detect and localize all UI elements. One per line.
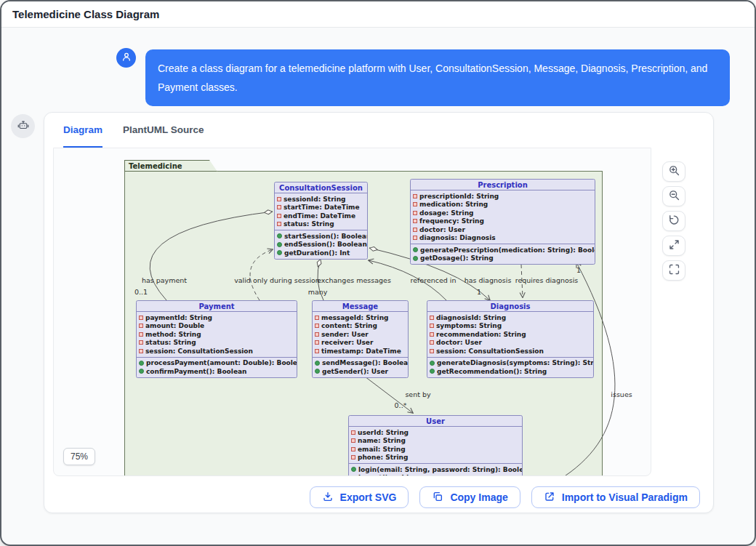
user-message-bubble: Create a class diagram for a telemedicin… (145, 49, 730, 106)
field-icon (277, 197, 281, 201)
reset-view-button[interactable] (662, 211, 685, 231)
method-icon (351, 475, 356, 476)
uml-attribute: dosage: String (413, 209, 592, 217)
copy-icon (432, 491, 443, 505)
uml-class-name: Payment (137, 301, 297, 312)
robot-icon (17, 119, 30, 135)
field-icon (430, 332, 434, 337)
uml-class-user: UseruserId: Stringname: Stringemail: Str… (348, 415, 523, 476)
field-icon (413, 194, 417, 198)
copy-image-button[interactable]: Copy Image (419, 486, 520, 508)
import-to-visual-paradigm-button[interactable]: Import to Visual Paradigm (531, 486, 700, 508)
uml-class-name: Prescription (411, 180, 595, 190)
tab-plantuml-source[interactable]: PlantUML Source (123, 113, 204, 148)
uml-attribute: content: String (315, 322, 406, 331)
zoom-in-icon (668, 164, 680, 180)
uml-attribute: timestamp: DateTime (315, 347, 406, 356)
uml-attribute: phone: String (351, 454, 520, 462)
class-boxes-layer: ConsultationSessionsessionId: Stringstar… (54, 148, 651, 475)
zoom-in-button[interactable] (662, 161, 685, 182)
uml-attribute: endTime: DateTime (277, 212, 365, 220)
method-icon (315, 369, 320, 374)
uml-method: processPayment(amount: Double): Boolean (139, 359, 294, 368)
field-icon (351, 438, 355, 443)
field-icon (413, 202, 417, 206)
uml-attribute: method: String (139, 330, 294, 339)
uml-attribute: prescriptionId: String (413, 192, 592, 201)
uml-method: getDosage(): String (413, 254, 592, 263)
field-icon (315, 316, 319, 320)
expand-icon (668, 238, 680, 254)
expand-button[interactable] (662, 236, 685, 256)
uml-attribute: paymentId: String (139, 313, 294, 322)
method-icon (277, 242, 282, 247)
method-icon (413, 256, 418, 261)
uml-attribute: session: ConsultationSession (139, 347, 294, 356)
external-link-icon (544, 491, 555, 505)
field-icon (139, 332, 143, 337)
uml-attribute: recommendation: String (430, 330, 591, 339)
export-svg-button[interactable]: Export SVG (310, 486, 409, 508)
field-icon (277, 222, 281, 226)
page-title: Telemedicine Class Diagram (1, 1, 755, 27)
field-icon (430, 324, 434, 328)
field-icon (413, 236, 417, 240)
zoom-out-icon (668, 189, 680, 204)
method-icon (139, 361, 144, 366)
uml-class-name: Diagnosis (427, 301, 593, 312)
uml-attribute: name: String (351, 437, 520, 446)
field-icon (430, 316, 434, 320)
fullscreen-button[interactable] (662, 260, 685, 281)
download-icon (322, 491, 334, 505)
app-window: Telemedicine Class Diagram Create a clas… (0, 0, 756, 546)
uml-method: generatePrescription(medication: String)… (413, 246, 592, 254)
uml-method: getRecommendation(): String (430, 367, 591, 376)
tab-diagram[interactable]: Diagram (63, 113, 102, 148)
field-icon (315, 324, 319, 328)
uml-attribute: session: ConsultationSession (430, 347, 591, 356)
reset-icon (668, 214, 680, 229)
field-icon (351, 455, 355, 459)
uml-attribute: userId: String (351, 428, 520, 437)
window-header: Telemedicine Class Diagram (1, 1, 755, 28)
field-icon (413, 211, 417, 215)
field-icon (139, 340, 143, 345)
uml-attribute: frequency: String (413, 217, 592, 226)
method-icon (351, 467, 356, 472)
field-icon (413, 228, 417, 232)
diagram-viewport[interactable]: Telemedicine Platform ConsultationSessio… (53, 148, 651, 476)
field-icon (315, 349, 319, 353)
field-icon (351, 430, 355, 435)
diagram-card: DiagramPlantUML Source Telemedicine Plat… (44, 112, 714, 513)
uml-method: confirmPayment(): Boolean (139, 367, 294, 376)
field-icon (430, 340, 434, 345)
uml-attribute: messageId: String (315, 313, 406, 322)
assistant-avatar (11, 114, 35, 138)
uml-class-consultationsession: ConsultationSessionsessionId: Stringstar… (274, 182, 368, 260)
uml-method: sendMessage(): Boolean (315, 359, 406, 368)
uml-class-name: Message (313, 301, 408, 312)
uml-attribute: status: String (139, 339, 294, 348)
footer-actions: Export SVGCopy ImageImport to Visual Par… (44, 486, 700, 508)
method-icon (413, 247, 418, 252)
uml-attribute: status: String (277, 220, 365, 229)
uml-class-name: ConsultationSession (275, 182, 367, 193)
uml-attribute: medication: String (413, 201, 592, 209)
uml-method: startSession(): Boolean (277, 232, 365, 241)
uml-attribute: symptoms: String (430, 322, 591, 331)
field-icon (139, 324, 143, 328)
uml-class-prescription: PrescriptionprescriptionId: Stringmedica… (410, 179, 595, 265)
uml-attribute: startTime: DateTime (277, 204, 365, 212)
field-icon (315, 340, 319, 345)
method-icon (315, 361, 320, 366)
zoom-out-button[interactable] (662, 186, 685, 206)
uml-attribute: receiver: User (315, 339, 406, 348)
method-icon (430, 369, 435, 374)
zoom-level-badge: 75% (63, 448, 95, 465)
uml-attribute: doctor: User (430, 339, 591, 348)
field-icon (430, 349, 434, 353)
uml-attribute: email: String (351, 445, 520, 454)
uml-method: getDuration(): Int (277, 249, 365, 257)
field-icon (351, 447, 355, 451)
uml-method: login(email: String, password: String): … (351, 465, 520, 474)
